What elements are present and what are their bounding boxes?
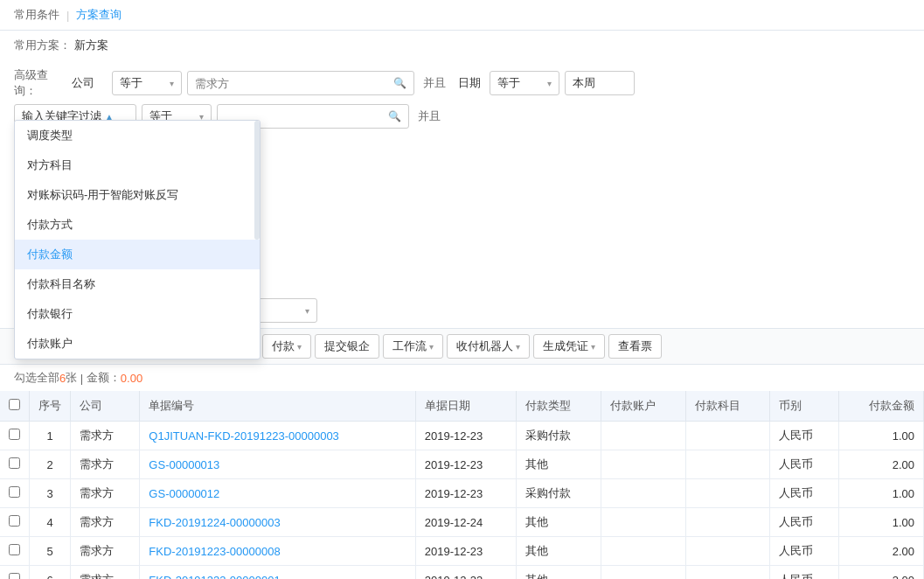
common-scheme-label: 常用方案： (14, 38, 71, 53)
collector-label: 收付机器人 (456, 338, 513, 354)
date-input-box[interactable]: 本周 (565, 71, 635, 95)
scheme-row: 常用方案： 新方案 (0, 31, 924, 60)
row-date: 2019-12-23 (415, 537, 517, 566)
generate-voucher-button[interactable]: 生成凭证 ▾ (533, 334, 605, 359)
row-no: 3 (30, 479, 71, 508)
header-date: 单据日期 (415, 391, 517, 422)
row-company: 需求方 (71, 422, 140, 450)
row-date: 2019-12-23 (415, 450, 517, 479)
row-company: 需求方 (71, 566, 140, 580)
row-company: 需求方 (71, 537, 140, 566)
scheme-value: 新方案 (74, 38, 108, 53)
dropdown-item-6[interactable]: 付款银行 (15, 299, 260, 329)
row-amount: 2.00 (839, 537, 924, 566)
row-checkbox-1[interactable] (9, 457, 20, 469)
row-checkbox-3[interactable] (9, 515, 20, 527)
dropdown-item-2[interactable]: 对账标识码-用于智能对账反写 (15, 180, 260, 210)
row-checkbox-col (0, 537, 30, 566)
view-button[interactable]: 查看票 (608, 334, 662, 359)
table-row: 1 需求方 Q1JITUAN-FKD-20191223-00000003 201… (0, 422, 924, 450)
dropdown-item-3[interactable]: 付款方式 (15, 210, 260, 240)
table-row: 6 需求方 FKD-20191223-00000001 2019-12-23 其… (0, 566, 924, 580)
row-subject (685, 537, 770, 566)
row-currency: 人民币 (770, 508, 839, 537)
pay-arrow-icon: ▾ (297, 342, 302, 352)
summary-prefix: 勾选全部 (14, 370, 59, 386)
row-doc-no: GS-00000012 (140, 479, 415, 508)
and-label-2: 并且 (418, 108, 441, 124)
row-checkbox-col (0, 508, 30, 537)
row-account (601, 450, 686, 479)
and-label-1: 并且 (423, 75, 446, 91)
doc-no-link[interactable]: FKD-20191224-00000003 (149, 516, 280, 529)
row-type: 其他 (517, 537, 601, 566)
operator1-select[interactable]: 等于 ▾ (112, 71, 182, 95)
row-account (601, 566, 686, 580)
dropdown-item-4[interactable]: 付款金额 (15, 240, 260, 269)
field1-input[interactable] (195, 77, 390, 90)
operator2-select[interactable]: 等于 ▾ (490, 71, 559, 95)
field1-label: 公司 (72, 75, 107, 91)
data-table: 序号 公司 单据编号 单据日期 付款类型 付款账户 付款科目 币别 付款金额 1… (0, 391, 924, 579)
collector-button[interactable]: 收付机器人 ▾ (447, 334, 530, 359)
dropdown-item-0[interactable]: 调度类型 (15, 121, 260, 150)
row-checkbox-4[interactable] (9, 544, 20, 555)
row-no: 5 (30, 537, 71, 566)
row-subject (685, 479, 770, 508)
field1-input-box[interactable]: 🔍 (187, 71, 414, 95)
dropdown-item-1[interactable]: 对方科目 (15, 150, 260, 180)
header-currency: 币别 (770, 391, 839, 422)
row-account (601, 479, 686, 508)
summary-amount-label: 金额： (87, 370, 121, 386)
row-date: 2019-12-24 (415, 508, 517, 537)
workflow-button[interactable]: 工作流 ▾ (383, 334, 443, 359)
row-amount: 1.00 (839, 422, 924, 450)
doc-no-link[interactable]: FKD-20191223-00000001 (149, 574, 280, 580)
row-date: 2019-12-23 (415, 422, 517, 450)
table-row: 3 需求方 GS-00000012 2019-12-23 采购付款 人民币 1.… (0, 479, 924, 508)
row-checkbox-0[interactable] (9, 429, 20, 440)
table-row: 4 需求方 FKD-20191224-00000003 2019-12-24 其… (0, 508, 924, 537)
dropdown-item-7[interactable]: 付款账户 (15, 329, 260, 359)
row-currency: 人民币 (770, 422, 839, 450)
date-value: 本周 (573, 75, 595, 91)
header-subject: 付款科目 (685, 391, 770, 422)
header-company: 公司 (71, 391, 140, 422)
top-bar: 常用条件 | 方案查询 (0, 0, 924, 31)
row-checkbox-col (0, 422, 30, 450)
row-checkbox-2[interactable] (9, 486, 20, 498)
row-amount: 3.00 (839, 566, 924, 580)
pay-button[interactable]: 付款 ▾ (262, 334, 311, 359)
doc-no-link[interactable]: GS-00000013 (149, 458, 219, 471)
row-currency: 人民币 (770, 566, 839, 580)
row-type: 采购付款 (517, 422, 601, 450)
doc-no-link[interactable]: FKD-20191223-00000008 (149, 545, 280, 558)
row-type: 其他 (517, 450, 601, 479)
row-checkbox-5[interactable] (9, 573, 20, 579)
query-row-1: 高级查询： 公司 等于 ▾ 🔍 并且 日期 等于 ▾ 本周 (14, 67, 910, 99)
dropdown-scrollbar[interactable] (254, 121, 260, 240)
search-icon-1: 🔍 (393, 77, 406, 89)
row-currency: 人民币 (770, 537, 839, 566)
scheme-save-arrow-icon: ▾ (305, 306, 309, 316)
select-all-checkbox[interactable] (9, 399, 20, 410)
scheme-query-link[interactable]: 方案查询 (76, 7, 122, 23)
row-checkbox-col (0, 450, 30, 479)
row-account (601, 508, 686, 537)
row-subject (685, 422, 770, 450)
date-field-label: 日期 (458, 75, 481, 91)
dropdown-menu: 调度类型 对方科目 对账标识码-用于智能对账反写 付款方式 付款金额 付款科目名… (14, 120, 261, 359)
submit-bank-button[interactable]: 提交银企 (315, 334, 379, 359)
row-amount: 1.00 (839, 508, 924, 537)
row-subject (685, 508, 770, 537)
row-type: 采购付款 (517, 479, 601, 508)
view-label: 查看票 (618, 338, 652, 354)
row-doc-no: FKD-20191223-00000001 (140, 566, 415, 580)
doc-no-link[interactable]: Q1JITUAN-FKD-20191223-00000003 (149, 429, 339, 443)
dropdown-item-5[interactable]: 付款科目名称 (15, 269, 260, 299)
workflow-arrow-icon: ▾ (429, 342, 434, 352)
row-checkbox-col (0, 566, 30, 580)
doc-no-link[interactable]: GS-00000012 (149, 487, 219, 500)
row-subject (685, 566, 770, 580)
row-doc-no: Q1JITUAN-FKD-20191223-00000003 (140, 422, 415, 450)
